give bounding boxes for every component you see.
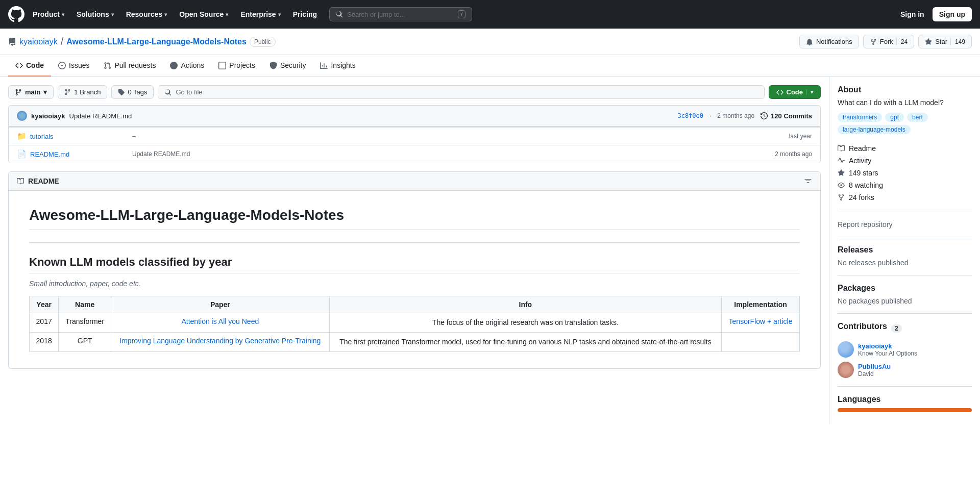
nav-solutions[interactable]: Solutions ▾ (72, 7, 118, 21)
tab-issues[interactable]: Issues (51, 55, 96, 77)
star-button[interactable]: Star 149 (918, 35, 972, 48)
toc-icon[interactable] (804, 177, 812, 185)
fork-icon (870, 38, 877, 45)
star-sidebar-icon (838, 169, 845, 176)
commit-message: Update README.md (69, 112, 132, 120)
tags-label: 0 Tags (128, 88, 147, 96)
readme-table: Year Name Paper Info Implementation 2017… (29, 296, 800, 352)
nav-resources[interactable]: Resources ▾ (122, 7, 172, 21)
folder-icon: 📁 (17, 132, 25, 141)
commit-author-avatar (17, 111, 27, 121)
readme-title: README (17, 177, 59, 185)
sidebar-link-stars[interactable]: 149 stars (838, 167, 972, 179)
repo-content-area: main ▾ 1 Branch 0 Tags Go to file Code ▾ (0, 77, 829, 424)
notifications-label: Notifications (816, 38, 852, 45)
fork-button[interactable]: Fork 24 (863, 35, 914, 48)
repo-icon (8, 38, 16, 46)
search-icon (336, 11, 343, 18)
sidebar-link-forks[interactable]: 24 forks (838, 191, 972, 204)
contributor-name-publius[interactable]: PubliusAu (858, 363, 891, 370)
table-header-impl: Implementation (722, 296, 800, 313)
sidebar-divider-1 (838, 212, 972, 212)
tab-insights[interactable]: Insights (313, 55, 362, 77)
readme-container: README Awesome-LLM-Large-Language-Models… (8, 171, 821, 369)
nav-enterprise[interactable]: Enterprise ▾ (236, 7, 284, 21)
tab-projects[interactable]: Projects (211, 55, 262, 77)
tab-security[interactable]: Security (262, 55, 313, 77)
repo-name-link[interactable]: Awesome-LLM-Large-Language-Models-Notes (66, 37, 247, 46)
commits-count-link[interactable]: 120 Commits (761, 112, 812, 120)
insights-tab-icon (320, 62, 328, 69)
tab-code[interactable]: Code (8, 55, 51, 77)
sidebar-divider-5 (838, 386, 972, 387)
go-to-file-label: Go to file (176, 88, 202, 96)
sidebar-tags: transformers gpt bert large-language-mod… (838, 113, 972, 134)
tag-bert[interactable]: bert (907, 113, 928, 122)
repo-action-buttons: Notifications Fork 24 Star 149 (799, 35, 972, 48)
contributor-item-publius: PubliusAu David (838, 362, 972, 378)
file-row[interactable]: 📁 tutorials – last year (9, 127, 820, 145)
book-sidebar-icon (838, 145, 845, 152)
sign-in-link[interactable]: Sign in (900, 10, 924, 18)
search-input[interactable] (347, 11, 454, 18)
commit-author-name[interactable]: kyaiooiayk (31, 112, 65, 120)
file-name-readme[interactable]: README.md (30, 150, 132, 158)
sidebar-link-readme[interactable]: Readme (838, 142, 972, 155)
nav-open-source[interactable]: Open Source ▾ (175, 7, 232, 21)
repo-owner-link[interactable]: kyaiooiayk (19, 37, 58, 46)
enterprise-chevron-icon: ▾ (278, 12, 281, 17)
table-cell-paper-transformer: Attention is All you Need (111, 313, 330, 333)
sidebar-link-watching[interactable]: 8 watching (838, 179, 972, 191)
table-header-info: Info (329, 296, 721, 313)
nav-product[interactable]: Product ▾ (29, 7, 68, 21)
security-tab-icon (270, 62, 277, 69)
solutions-chevron-icon: ▾ (111, 12, 114, 17)
contributor-name-kyai[interactable]: kyaiooiayk (858, 342, 917, 350)
issues-tab-icon (58, 62, 66, 69)
commit-hash[interactable]: 3c8f0e0 (677, 112, 703, 119)
go-to-file-button[interactable]: Go to file (158, 85, 764, 99)
tab-pull-requests[interactable]: Pull requests (96, 55, 163, 77)
sidebar-link-activity[interactable]: Activity (838, 155, 972, 167)
sign-up-button[interactable]: Sign up (933, 7, 972, 21)
code-btn-label: Code (787, 88, 803, 96)
sidebar-link-readme-label: Readme (849, 144, 876, 153)
tags-count[interactable]: 0 Tags (111, 85, 154, 99)
star-count: 149 (950, 38, 965, 45)
sidebar-about: About What can I do with a LLM model? tr… (838, 85, 972, 134)
branch-selector[interactable]: main ▾ (8, 85, 54, 99)
table-header-paper: Paper (111, 296, 330, 313)
tag-transformers[interactable]: transformers (838, 113, 882, 122)
table-cell-name-transformer: Transformer (59, 313, 111, 333)
readme-main-heading: Awesome-LLM-Large-Language-Models-Notes (29, 207, 800, 230)
notifications-button[interactable]: Notifications (799, 35, 859, 48)
paper-link-gpt[interactable]: Improving Language Understanding by Gene… (119, 337, 321, 345)
paper-link-transformer[interactable]: Attention is All you Need (181, 317, 259, 325)
search-bar[interactable]: / (329, 7, 472, 21)
product-chevron-icon: ▾ (62, 12, 64, 17)
language-bar (838, 408, 972, 412)
tag-gpt[interactable]: gpt (885, 113, 904, 122)
resources-chevron-icon: ▾ (164, 12, 167, 17)
readme-title-text: README (28, 177, 59, 185)
nav-pricing[interactable]: Pricing (289, 7, 321, 21)
table-cell-name-gpt: GPT (59, 333, 111, 352)
file-row[interactable]: 📄 README.md Update README.md 2 months ag… (9, 145, 820, 163)
search-shortcut: / (458, 10, 465, 18)
commit-meta: 3c8f0e0 · 2 months ago 120 Commits (677, 112, 812, 120)
search-file-icon (164, 89, 172, 96)
bell-icon (806, 38, 813, 45)
readme-divider (29, 242, 800, 243)
sidebar-link-forks-label: 24 forks (849, 193, 874, 201)
code-button[interactable]: Code ▾ (769, 85, 821, 99)
report-repository-link[interactable]: Report repository (838, 220, 972, 229)
languages-title: Languages (838, 395, 972, 404)
file-name-tutorials[interactable]: tutorials (30, 133, 132, 140)
tab-actions[interactable]: Actions (163, 55, 211, 77)
star-label: Star (935, 38, 947, 45)
tag-large-language-models[interactable]: large-language-models (838, 125, 911, 134)
branches-count[interactable]: 1 Branch (58, 85, 107, 99)
impl-link-transformer[interactable]: TensorFlow + article (729, 317, 793, 325)
github-logo-icon[interactable] (8, 6, 24, 22)
fork-sidebar-icon (838, 194, 845, 201)
